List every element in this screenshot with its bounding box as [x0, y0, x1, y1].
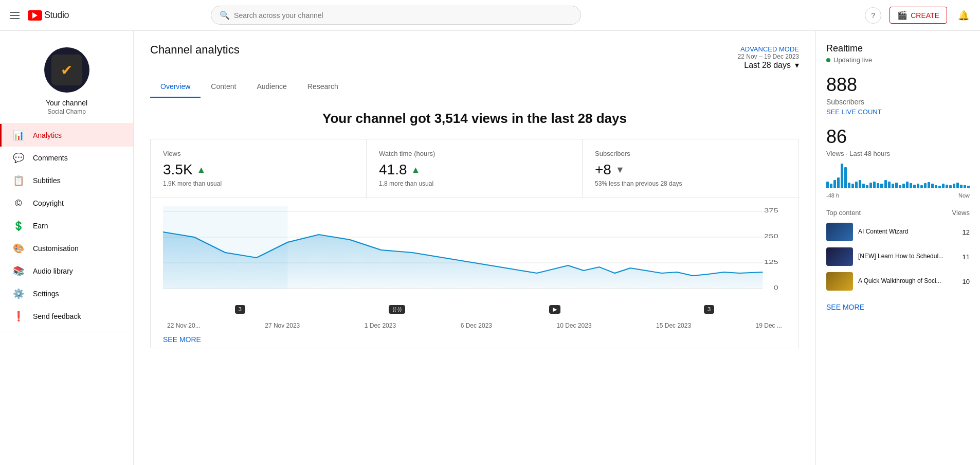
mini-bar-32 — [942, 184, 945, 188]
content-item[interactable]: AI Content Wizard 12 — [826, 223, 970, 241]
subtitles-label: Subtitles — [33, 176, 61, 185]
live-badge: Updating live — [826, 56, 970, 64]
analytics-label: Analytics — [33, 131, 62, 139]
notification-button[interactable]: 🔔 — [955, 7, 972, 24]
sidebar-item-customisation[interactable]: 🎨 Customisation — [0, 237, 133, 260]
top-content-label: Top content — [826, 209, 861, 217]
chart-container: 375 250 125 0 — [150, 198, 799, 348]
youtube-icon — [28, 10, 42, 21]
realtime-see-more[interactable]: SEE MORE — [826, 303, 864, 311]
mini-bar-30 — [935, 185, 937, 188]
chart-marker-4: 3 — [704, 305, 714, 314]
channel-headline: Your channel got 3,514 views in the last… — [150, 111, 799, 127]
stat-card-subscribers: Subscribers +8 ▼ 53% less than previous … — [583, 139, 798, 198]
mini-bar-16 — [884, 180, 887, 188]
realtime-count: 888 — [826, 74, 970, 96]
mini-bar-10 — [862, 184, 865, 188]
content-item[interactable]: [NEW] Learn How to Schedul... 11 — [826, 247, 970, 266]
tab-overview[interactable]: Overview — [150, 76, 201, 98]
sidebar-item-analytics[interactable]: 📊 Analytics — [0, 124, 133, 147]
content-title: [NEW] Learn How to Schedul... — [858, 253, 957, 261]
mini-bar-28 — [928, 182, 930, 188]
mini-bar-31 — [938, 186, 941, 188]
topbar-right: ? 🎬 CREATE 🔔 — [865, 7, 972, 24]
search-input[interactable] — [234, 11, 572, 20]
stat-card-watch-time--hours-: Watch time (hours) 41.8 ▲ 1.8 more than … — [367, 139, 583, 198]
sidebar-item-audio[interactable]: 📚 Audio library — [0, 260, 133, 282]
create-label: CREATE — [911, 11, 939, 20]
content-item[interactable]: A Quick Walkthrough of Soci... 10 — [826, 272, 970, 291]
mini-bar-0 — [826, 182, 829, 188]
create-button[interactable]: 🎬 CREATE — [890, 7, 947, 24]
mini-bar-1 — [830, 184, 832, 188]
top-content-header: Top content Views — [826, 209, 970, 217]
mini-bar-35 — [953, 184, 955, 188]
realtime-title: Realtime — [826, 43, 970, 54]
mini-chart-labels: -48 h Now — [826, 192, 970, 199]
mini-bar-39 — [967, 186, 970, 188]
sidebar-item-comments[interactable]: 💬 Comments — [0, 147, 133, 169]
sidebar-item-feedback[interactable]: ❗ Send feedback — [0, 305, 133, 328]
customisation-icon: 🎨 — [12, 242, 25, 255]
chart-marker-2: ((·)) — [389, 305, 405, 314]
right-header: ADVANCED MODE 22 Nov – 19 Dec 2023 Last … — [738, 43, 799, 72]
mini-bar-8 — [855, 182, 858, 188]
mini-bar-20 — [899, 185, 901, 188]
trend-icon: ▲ — [197, 165, 206, 175]
tab-audience[interactable]: Audience — [246, 76, 297, 98]
svg-rect-8 — [163, 206, 287, 289]
stat-label: Subscribers — [595, 150, 786, 157]
create-icon: 🎬 — [897, 10, 908, 20]
content-title: AI Content Wizard — [858, 228, 957, 236]
mini-bar-5 — [844, 167, 847, 188]
customisation-label: Customisation — [33, 244, 79, 253]
sidebar-item-copyright[interactable]: © Copyright — [0, 192, 133, 214]
see-more-link[interactable]: SEE MORE — [163, 335, 201, 344]
stat-card-views: Views 3.5K ▲ 1.9K more than usual — [151, 139, 367, 198]
mini-bar-18 — [892, 184, 894, 188]
tab-content[interactable]: Content — [201, 76, 246, 98]
svg-text:250: 250 — [764, 233, 778, 239]
sidebar-item-earn[interactable]: 💲 Earn — [0, 214, 133, 237]
sidebar-item-subtitles[interactable]: 📋 Subtitles — [0, 169, 133, 192]
search-icon: 🔍 — [220, 10, 230, 20]
mini-bar-9 — [859, 180, 861, 188]
help-button[interactable]: ? — [865, 7, 881, 24]
trend-icon: ▲ — [411, 165, 421, 175]
mini-bar-34 — [949, 185, 952, 188]
analytics-main: Channel analytics ADVANCED MODE 22 Nov –… — [134, 31, 815, 465]
earn-label: Earn — [33, 222, 48, 230]
analytics-tabs: OverviewContentAudienceResearch — [150, 76, 799, 98]
stat-compare: 1.8 more than usual — [379, 180, 570, 187]
chart-area: 375 250 125 0 — [163, 206, 786, 299]
avatar-icon: ✔ — [61, 62, 72, 79]
tab-research[interactable]: Research — [297, 76, 349, 98]
hamburger-menu[interactable] — [8, 10, 22, 21]
sidebar-divider — [0, 332, 133, 332]
mini-bar-6 — [848, 183, 850, 188]
chart-end-label: Now — [958, 192, 970, 199]
stat-number: 41.8 — [379, 162, 407, 178]
content-thumbnail — [826, 247, 853, 266]
mini-bar-19 — [895, 183, 898, 188]
copyright-icon: © — [12, 197, 25, 209]
copyright-label: Copyright — [33, 199, 64, 207]
views-count: 86 — [826, 126, 970, 148]
audio-label: Audio library — [33, 267, 73, 275]
date-period-selector[interactable]: Last 28 days ▾ — [738, 60, 799, 70]
earn-icon: 💲 — [12, 220, 25, 232]
topbar: Studio 🔍 ? 🎬 CREATE 🔔 — [0, 0, 980, 31]
mini-bar-13 — [873, 182, 876, 188]
chart-date-label: 27 Nov 2023 — [265, 322, 300, 329]
search-bar[interactable]: 🔍 — [211, 6, 581, 25]
see-live-count-link[interactable]: SEE LIVE COUNT — [826, 108, 970, 116]
top-content-views-label: Views — [952, 209, 970, 217]
chart-date-label: 10 Dec 2023 — [557, 322, 592, 329]
chart-date-label: 6 Dec 2023 — [461, 322, 492, 329]
advanced-mode-link[interactable]: ADVANCED MODE — [740, 45, 799, 53]
analytics-icon: 📊 — [12, 129, 25, 141]
sidebar-item-settings[interactable]: ⚙️ Settings — [0, 282, 133, 305]
comments-icon: 💬 — [12, 152, 25, 164]
logo[interactable]: Studio — [28, 10, 69, 21]
mini-bar-23 — [910, 183, 912, 188]
